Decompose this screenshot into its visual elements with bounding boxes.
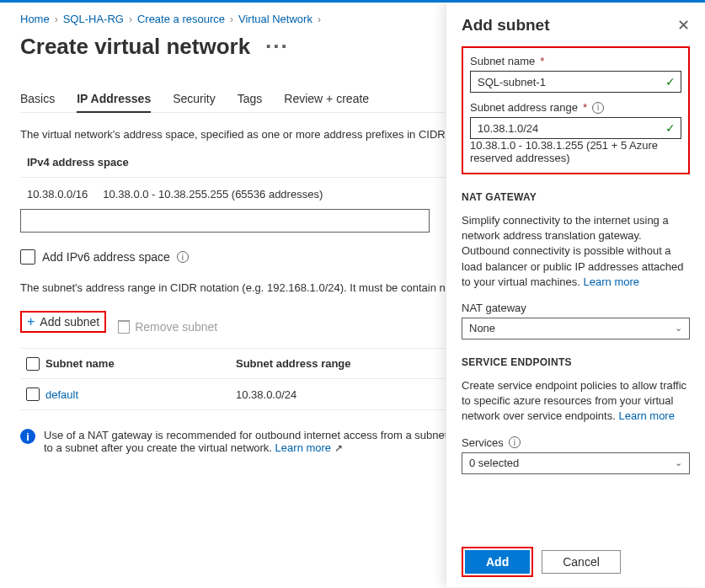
breadcrumb-home[interactable]: Home [20,13,50,25]
subnet-link-default[interactable]: default [45,388,78,401]
close-icon[interactable]: ✕ [677,16,690,35]
services-dropdown[interactable]: 0 selected ⌄ [462,452,690,474]
add-subnet-highlight: + Add subnet [20,311,106,333]
tab-tags[interactable]: Tags [238,87,263,112]
nat-gateway-desc: Simplify connectivity to the internet us… [462,213,690,290]
add-button-highlight: Add [462,547,533,577]
info-icon[interactable]: i [592,102,604,114]
subnet-range-input[interactable]: 10.38.1.0/24 ✓ [470,117,681,139]
breadcrumb-rg[interactable]: SQL-HA-RG [63,13,124,25]
nat-info-text: Use of a NAT gateway is recommended for … [44,429,472,454]
learn-more-link[interactable]: Learn more [275,441,331,454]
subnet-name-label: Subnet name* [470,55,681,67]
ipv6-checkbox[interactable] [20,249,35,265]
learn-more-link[interactable]: Learn more [618,409,674,422]
info-icon: i [20,429,35,444]
ipv6-label: Add IPv6 address space [42,250,170,264]
add-subnet-panel: Add subnet ✕ Subnet name* SQL-subnet-1 ✓… [446,3,705,587]
services-label: Services i [462,436,690,449]
select-all-checkbox[interactable] [26,357,40,371]
check-icon: ✓ [665,121,676,135]
chevron-down-icon: ⌄ [675,323,682,334]
panel-title: Add subnet [462,16,550,35]
nat-gateway-label: NAT gateway [462,302,690,314]
add-subnet-button[interactable]: + Add subnet [27,314,99,329]
tab-security[interactable]: Security [173,87,216,112]
subnet-range-value: 10.38.0.0/24 [236,388,296,401]
subnet-range-label: Subnet address range* i [470,101,681,114]
check-icon: ✓ [665,75,676,88]
tab-ip-addresses[interactable]: IP Addresses [77,87,151,112]
chevron-icon: › [318,13,321,25]
service-endpoints-title: SERVICE ENDPOINTS [462,356,690,368]
info-icon[interactable]: i [509,436,521,448]
nat-gateway-dropdown[interactable]: None ⌄ [462,318,690,339]
tab-review[interactable]: Review + create [284,87,369,112]
cancel-button[interactable]: Cancel [542,550,621,574]
row-checkbox[interactable] [26,388,40,401]
info-icon[interactable]: i [177,251,189,263]
trash-icon [118,320,130,334]
breadcrumb-vnet[interactable]: Virtual Network [238,13,312,25]
external-link-icon: ↗ [334,442,343,454]
subnet-fields-highlight: Subnet name* SQL-subnet-1 ✓ Subnet addre… [462,46,690,174]
th-subnet-range: Subnet address range [236,357,351,370]
chevron-icon: › [55,13,58,25]
chevron-icon: › [129,13,132,25]
chevron-down-icon: ⌄ [675,457,682,468]
ipv4-range: 10.38.0.0 - 10.38.255.255 (65536 address… [103,188,323,200]
nat-gateway-title: NAT GATEWAY [462,191,690,203]
th-subnet-name: Subnet name [45,357,236,370]
remove-subnet-button[interactable]: Remove subnet [118,320,217,334]
chevron-icon: › [230,13,233,25]
plus-icon: + [27,314,35,329]
address-space-input[interactable] [20,209,430,233]
subnet-range-hint: 10.38.1.0 - 10.38.1.255 (251 + 5 Azure r… [470,139,681,164]
ipv4-address: 10.38.0.0/16 [27,188,88,200]
subnet-name-input[interactable]: SQL-subnet-1 ✓ [470,71,681,93]
service-endpoints-desc: Create service endpoint policies to allo… [462,378,690,425]
tab-basics[interactable]: Basics [20,87,55,112]
add-button[interactable]: Add [465,550,530,574]
learn-more-link[interactable]: Learn more [584,275,639,288]
breadcrumb-create[interactable]: Create a resource [137,13,225,25]
more-icon[interactable]: ··· [265,34,289,60]
